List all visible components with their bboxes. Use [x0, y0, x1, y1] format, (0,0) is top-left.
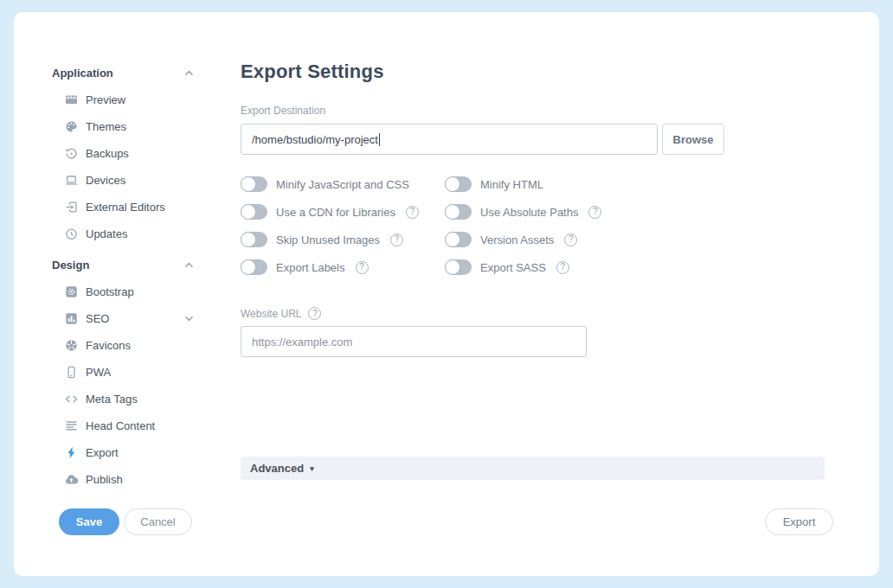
toggle-knob: [445, 204, 460, 220]
toggle-knob: [241, 204, 256, 220]
advanced-label: Advanced: [250, 462, 304, 475]
sidebar-item-seo[interactable]: SEO: [52, 305, 196, 332]
toggle-label: Use Absolute Paths: [480, 206, 578, 219]
toggle-row-export-labels: Export Labels ?: [241, 259, 445, 276]
sidebar: Application Preview Themes Backups Devic…: [52, 60, 209, 493]
export-destination-input[interactable]: /home/bstudio/my-project: [241, 124, 658, 155]
sidebar-section-header-application[interactable]: Application: [52, 60, 196, 86]
toggle-knob: [445, 176, 460, 192]
toggle-row-absolute-paths: Use Absolute Paths ?: [445, 203, 601, 220]
sidebar-item-publish[interactable]: Publish: [52, 466, 196, 493]
aperture-icon: [65, 339, 78, 352]
sidebar-item-label: Devices: [86, 174, 125, 187]
clock-icon: [65, 227, 78, 240]
app-background: { "colors": { "page_background": "#d8ecf…: [0, 0, 893, 588]
advanced-section-toggle[interactable]: Advanced ▾: [241, 457, 825, 480]
help-icon[interactable]: ?: [406, 206, 419, 219]
sidebar-item-label: Preview: [86, 93, 125, 106]
external-editor-icon: [65, 201, 78, 214]
toggle-row-export-sass: Export SASS ?: [445, 259, 601, 276]
sidebar-item-label: PWA: [86, 366, 111, 379]
sidebar-item-preview[interactable]: Preview: [52, 86, 196, 113]
export-destination-label-text: Export Destination: [241, 105, 325, 117]
sidebar-item-label: Themes: [86, 120, 126, 133]
sidebar-item-backups[interactable]: Backups: [52, 140, 196, 167]
sidebar-item-themes[interactable]: Themes: [52, 113, 196, 140]
toggle-version-assets[interactable]: [445, 232, 472, 247]
sidebar-item-label: Updates: [86, 227, 127, 240]
export-destination-group: /home/bstudio/my-project Browse: [241, 124, 724, 155]
settings-card: Application Preview Themes Backups Devic…: [14, 12, 879, 576]
browse-button[interactable]: Browse: [662, 124, 724, 155]
caret-down-icon: ▾: [310, 464, 314, 473]
sidebar-item-meta-tags[interactable]: Meta Tags: [52, 386, 196, 412]
website-url-input[interactable]: [241, 326, 587, 357]
toggle-row-minify-html: Minify HTML: [445, 176, 601, 193]
help-icon[interactable]: ?: [390, 233, 403, 246]
text-cursor: [379, 133, 380, 146]
save-button[interactable]: Save: [59, 508, 119, 535]
toggle-label: Skip Unused Images: [276, 233, 380, 246]
sidebar-item-label: Export: [86, 446, 119, 459]
sidebar-section-application: Application Preview Themes Backups Devic…: [52, 60, 209, 247]
sidebar-item-label: SEO: [86, 312, 109, 325]
sidebar-item-export[interactable]: Export: [52, 439, 196, 466]
toggle-row-cdn-libraries: Use a CDN for Libraries ?: [241, 203, 445, 220]
sidebar-section-header-design[interactable]: Design: [52, 252, 196, 278]
sidebar-item-favicons[interactable]: Favicons: [52, 332, 196, 359]
main-panel: Export Settings Export Destination /home…: [241, 61, 825, 527]
help-icon[interactable]: ?: [588, 206, 601, 219]
export-destination-value: /home/bstudio/my-project: [252, 133, 378, 146]
toggle-export-sass[interactable]: [445, 259, 472, 275]
toggle-knob: [241, 259, 256, 275]
toggle-cdn-libraries[interactable]: [241, 204, 267, 220]
help-icon[interactable]: ?: [564, 233, 577, 246]
sidebar-section-design: Design Bootstrap SEO Favicons PWA Meta T…: [52, 252, 209, 493]
sidebar-item-devices[interactable]: Devices: [52, 167, 196, 194]
cancel-button[interactable]: Cancel: [124, 508, 192, 535]
export-button[interactable]: Export: [765, 508, 833, 535]
section-title: Application: [52, 67, 113, 80]
sidebar-item-pwa[interactable]: PWA: [52, 359, 196, 386]
phone-icon: [65, 366, 78, 379]
sidebar-item-label: Meta Tags: [86, 393, 138, 406]
cloud-upload-icon: [65, 473, 78, 486]
help-icon[interactable]: ?: [356, 261, 369, 274]
toggle-knob: [241, 232, 256, 247]
sidebar-item-updates[interactable]: Updates: [52, 220, 196, 247]
palette-icon: [65, 120, 78, 133]
toggle-absolute-paths[interactable]: [445, 204, 472, 220]
chevron-up-icon[interactable]: [183, 259, 196, 272]
export-options-grid: Minify JavaScript and CSS Minify HTML Us…: [241, 176, 601, 276]
sidebar-item-label: Favicons: [86, 339, 131, 352]
toggle-minify-html[interactable]: [445, 176, 472, 192]
toggle-label: Use a CDN for Libraries: [276, 206, 395, 219]
toggle-row-minify-js-css: Minify JavaScript and CSS: [241, 176, 445, 193]
film-icon: [65, 93, 78, 106]
website-url-label-text: Website URL: [241, 308, 301, 320]
toggle-export-labels[interactable]: [241, 259, 267, 275]
chevron-up-icon[interactable]: [183, 67, 196, 80]
toggle-skip-unused-images[interactable]: [241, 232, 267, 247]
sidebar-item-bootstrap[interactable]: Bootstrap: [52, 278, 196, 305]
export-destination-label: Export Destination: [241, 105, 325, 117]
toggle-label: Export SASS: [480, 261, 546, 274]
website-url-label: Website URL ?: [241, 307, 321, 320]
toggle-label: Version Assets: [480, 233, 554, 246]
section-title: Design: [52, 259, 89, 272]
sidebar-item-head-content[interactable]: Head Content: [52, 412, 196, 439]
sidebar-item-label: Backups: [86, 147, 129, 160]
toggle-knob: [241, 176, 256, 192]
help-icon[interactable]: ?: [556, 261, 569, 274]
gear-square-icon: [65, 285, 78, 298]
sidebar-item-external-editors[interactable]: External Editors: [52, 194, 196, 220]
help-icon[interactable]: ?: [308, 307, 321, 320]
toggle-knob: [445, 259, 460, 275]
lightning-icon: [65, 446, 78, 459]
toggle-knob: [445, 232, 460, 247]
page-title: Export Settings: [241, 61, 825, 83]
toggle-label: Export Labels: [276, 261, 345, 274]
chevron-down-icon[interactable]: [183, 312, 196, 325]
toggle-minify-js-css[interactable]: [241, 176, 267, 192]
sidebar-item-label: Head Content: [86, 419, 155, 432]
